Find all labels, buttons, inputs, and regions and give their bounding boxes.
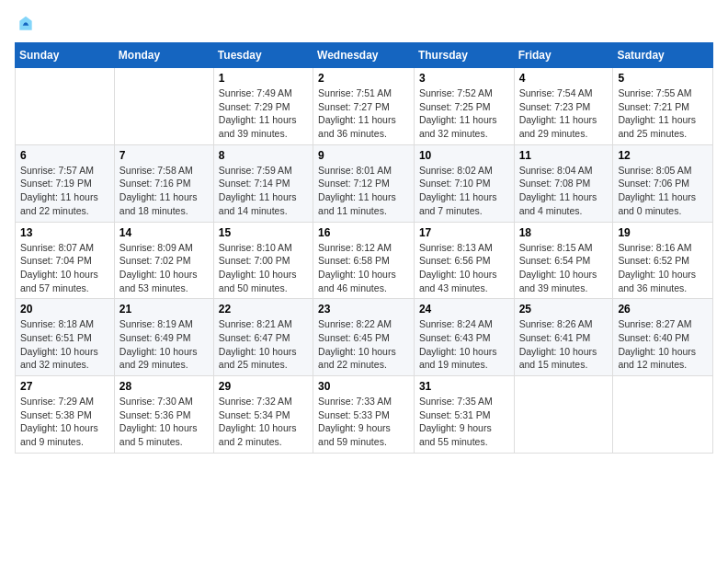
day-cell: 6Sunrise: 7:57 AM Sunset: 7:19 PM Daylig… bbox=[16, 144, 115, 222]
day-number: 14 bbox=[119, 226, 209, 239]
day-cell: 1Sunrise: 7:49 AM Sunset: 7:29 PM Daylig… bbox=[213, 68, 313, 145]
day-cell: 5Sunrise: 7:55 AM Sunset: 7:21 PM Daylig… bbox=[613, 68, 713, 145]
day-number: 3 bbox=[419, 72, 509, 85]
day-number: 31 bbox=[419, 380, 509, 393]
day-info: Sunrise: 8:04 AM Sunset: 7:08 PM Dayligh… bbox=[519, 164, 609, 218]
day-info: Sunrise: 8:22 AM Sunset: 6:45 PM Dayligh… bbox=[318, 317, 409, 372]
day-cell bbox=[114, 68, 213, 145]
day-number: 15 bbox=[219, 226, 308, 239]
day-number: 20 bbox=[20, 303, 109, 316]
column-header-sunday: Sunday bbox=[16, 43, 115, 68]
day-number: 27 bbox=[20, 380, 109, 393]
day-info: Sunrise: 8:26 AM Sunset: 6:41 PM Dayligh… bbox=[519, 317, 609, 372]
day-cell: 9Sunrise: 8:01 AM Sunset: 7:12 PM Daylig… bbox=[313, 144, 415, 222]
column-header-tuesday: Tuesday bbox=[213, 43, 313, 68]
day-cell bbox=[613, 376, 713, 454]
column-header-saturday: Saturday bbox=[613, 43, 713, 68]
day-info: Sunrise: 8:27 AM Sunset: 6:40 PM Dayligh… bbox=[618, 317, 708, 372]
day-info: Sunrise: 7:29 AM Sunset: 5:38 PM Dayligh… bbox=[20, 395, 109, 449]
day-info: Sunrise: 7:32 AM Sunset: 5:34 PM Dayligh… bbox=[219, 395, 308, 449]
day-cell: 24Sunrise: 8:24 AM Sunset: 6:43 PM Dayli… bbox=[414, 299, 514, 376]
week-row-5: 27Sunrise: 7:29 AM Sunset: 5:38 PM Dayli… bbox=[16, 376, 713, 454]
day-cell: 28Sunrise: 7:30 AM Sunset: 5:36 PM Dayli… bbox=[114, 376, 213, 454]
day-info: Sunrise: 8:09 AM Sunset: 7:02 PM Dayligh… bbox=[119, 241, 209, 295]
day-number: 2 bbox=[318, 72, 409, 85]
day-cell: 27Sunrise: 7:29 AM Sunset: 5:38 PM Dayli… bbox=[16, 376, 115, 454]
column-header-thursday: Thursday bbox=[414, 43, 514, 68]
day-info: Sunrise: 8:18 AM Sunset: 6:51 PM Dayligh… bbox=[20, 317, 109, 372]
day-cell: 25Sunrise: 8:26 AM Sunset: 6:41 PM Dayli… bbox=[514, 299, 613, 376]
day-info: Sunrise: 8:15 AM Sunset: 6:54 PM Dayligh… bbox=[519, 241, 609, 295]
day-info: Sunrise: 7:51 AM Sunset: 7:27 PM Dayligh… bbox=[318, 86, 409, 141]
day-number: 4 bbox=[519, 72, 609, 85]
day-info: Sunrise: 8:10 AM Sunset: 7:00 PM Dayligh… bbox=[219, 241, 308, 295]
day-number: 10 bbox=[419, 149, 509, 162]
day-cell: 26Sunrise: 8:27 AM Sunset: 6:40 PM Dayli… bbox=[613, 299, 713, 376]
day-number: 24 bbox=[419, 303, 509, 316]
day-cell: 29Sunrise: 7:32 AM Sunset: 5:34 PM Dayli… bbox=[213, 376, 313, 454]
day-info: Sunrise: 7:58 AM Sunset: 7:16 PM Dayligh… bbox=[119, 164, 209, 218]
day-cell: 7Sunrise: 7:58 AM Sunset: 7:16 PM Daylig… bbox=[114, 144, 213, 222]
calendar-table: SundayMondayTuesdayWednesdayThursdayFrid… bbox=[15, 42, 713, 454]
day-number: 6 bbox=[20, 149, 109, 162]
day-number: 23 bbox=[318, 303, 409, 316]
day-number: 21 bbox=[119, 303, 209, 316]
logo bbox=[15, 15, 35, 33]
day-info: Sunrise: 7:33 AM Sunset: 5:33 PM Dayligh… bbox=[318, 395, 409, 449]
day-info: Sunrise: 7:59 AM Sunset: 7:14 PM Dayligh… bbox=[219, 164, 308, 218]
day-number: 30 bbox=[318, 380, 409, 393]
week-row-1: 1Sunrise: 7:49 AM Sunset: 7:29 PM Daylig… bbox=[16, 68, 713, 145]
day-number: 12 bbox=[618, 149, 708, 162]
day-number: 7 bbox=[119, 149, 209, 162]
day-cell: 15Sunrise: 8:10 AM Sunset: 7:00 PM Dayli… bbox=[213, 222, 313, 299]
day-number: 22 bbox=[219, 303, 308, 316]
day-cell: 19Sunrise: 8:16 AM Sunset: 6:52 PM Dayli… bbox=[613, 222, 713, 299]
column-header-wednesday: Wednesday bbox=[313, 43, 415, 68]
day-cell: 3Sunrise: 7:52 AM Sunset: 7:25 PM Daylig… bbox=[414, 68, 514, 145]
day-info: Sunrise: 8:07 AM Sunset: 7:04 PM Dayligh… bbox=[20, 241, 109, 295]
day-info: Sunrise: 7:52 AM Sunset: 7:25 PM Dayligh… bbox=[419, 86, 509, 141]
calendar-header-row: SundayMondayTuesdayWednesdayThursdayFrid… bbox=[16, 43, 713, 68]
page-header bbox=[15, 15, 713, 33]
day-number: 9 bbox=[318, 149, 409, 162]
day-number: 5 bbox=[618, 72, 708, 85]
day-cell: 12Sunrise: 8:05 AM Sunset: 7:06 PM Dayli… bbox=[613, 144, 713, 222]
day-number: 11 bbox=[519, 149, 609, 162]
day-cell: 30Sunrise: 7:33 AM Sunset: 5:33 PM Dayli… bbox=[313, 376, 415, 454]
column-header-monday: Monday bbox=[114, 43, 213, 68]
day-cell: 14Sunrise: 8:09 AM Sunset: 7:02 PM Dayli… bbox=[114, 222, 213, 299]
day-info: Sunrise: 7:49 AM Sunset: 7:29 PM Dayligh… bbox=[219, 86, 308, 141]
day-info: Sunrise: 7:54 AM Sunset: 7:23 PM Dayligh… bbox=[519, 86, 609, 141]
day-info: Sunrise: 8:05 AM Sunset: 7:06 PM Dayligh… bbox=[618, 164, 708, 218]
day-cell: 8Sunrise: 7:59 AM Sunset: 7:14 PM Daylig… bbox=[213, 144, 313, 222]
day-cell: 4Sunrise: 7:54 AM Sunset: 7:23 PM Daylig… bbox=[514, 68, 613, 145]
day-number: 29 bbox=[219, 380, 308, 393]
day-number: 26 bbox=[618, 303, 708, 316]
day-info: Sunrise: 7:57 AM Sunset: 7:19 PM Dayligh… bbox=[20, 164, 109, 218]
day-info: Sunrise: 8:21 AM Sunset: 6:47 PM Dayligh… bbox=[219, 317, 308, 372]
week-row-2: 6Sunrise: 7:57 AM Sunset: 7:19 PM Daylig… bbox=[16, 144, 713, 222]
day-number: 17 bbox=[419, 226, 509, 239]
day-cell: 11Sunrise: 8:04 AM Sunset: 7:08 PM Dayli… bbox=[514, 144, 613, 222]
day-cell: 21Sunrise: 8:19 AM Sunset: 6:49 PM Dayli… bbox=[114, 299, 213, 376]
day-cell: 13Sunrise: 8:07 AM Sunset: 7:04 PM Dayli… bbox=[16, 222, 115, 299]
day-info: Sunrise: 8:16 AM Sunset: 6:52 PM Dayligh… bbox=[618, 241, 708, 295]
day-cell: 22Sunrise: 8:21 AM Sunset: 6:47 PM Dayli… bbox=[213, 299, 313, 376]
day-info: Sunrise: 8:12 AM Sunset: 6:58 PM Dayligh… bbox=[318, 241, 409, 295]
day-cell: 18Sunrise: 8:15 AM Sunset: 6:54 PM Dayli… bbox=[514, 222, 613, 299]
week-row-3: 13Sunrise: 8:07 AM Sunset: 7:04 PM Dayli… bbox=[16, 222, 713, 299]
day-info: Sunrise: 7:35 AM Sunset: 5:31 PM Dayligh… bbox=[419, 395, 509, 449]
day-cell: 23Sunrise: 8:22 AM Sunset: 6:45 PM Dayli… bbox=[313, 299, 415, 376]
week-row-4: 20Sunrise: 8:18 AM Sunset: 6:51 PM Dayli… bbox=[16, 299, 713, 376]
day-number: 25 bbox=[519, 303, 609, 316]
day-number: 13 bbox=[20, 226, 109, 239]
day-number: 28 bbox=[119, 380, 209, 393]
day-info: Sunrise: 7:30 AM Sunset: 5:36 PM Dayligh… bbox=[119, 395, 209, 449]
day-cell: 2Sunrise: 7:51 AM Sunset: 7:27 PM Daylig… bbox=[313, 68, 415, 145]
day-number: 16 bbox=[318, 226, 409, 239]
day-info: Sunrise: 8:24 AM Sunset: 6:43 PM Dayligh… bbox=[419, 317, 509, 372]
day-cell bbox=[16, 68, 115, 145]
day-cell: 17Sunrise: 8:13 AM Sunset: 6:56 PM Dayli… bbox=[414, 222, 514, 299]
day-cell: 20Sunrise: 8:18 AM Sunset: 6:51 PM Dayli… bbox=[16, 299, 115, 376]
day-number: 18 bbox=[519, 226, 609, 239]
